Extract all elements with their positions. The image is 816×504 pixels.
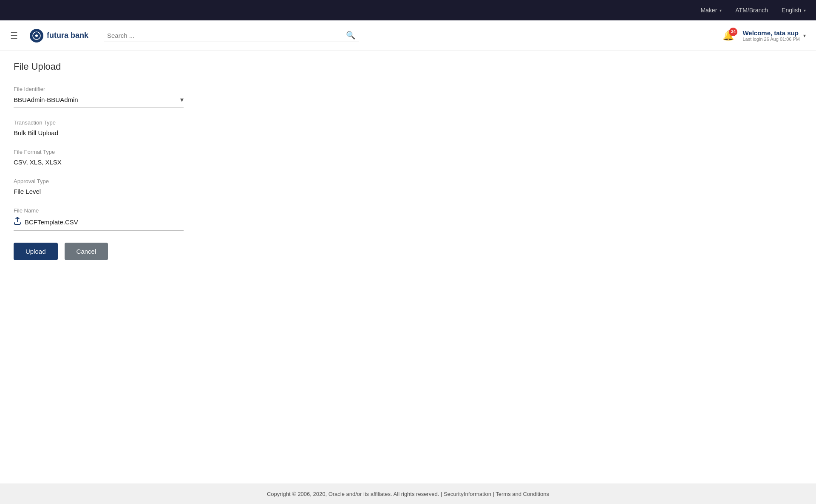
welcome-text: Welcome, tata sup [742,29,798,37]
atm-branch-label: ATM/Branch [735,7,768,14]
search-input[interactable] [107,32,346,39]
file-name-label: File Name [14,207,184,214]
notification-bell[interactable]: 🔔 34 [722,30,734,41]
file-name-group: File Name BCFTemplate.CSV [14,207,184,231]
main-content: File Upload File Identifier BBUAdmin-BBU… [0,51,816,484]
file-name-field[interactable]: BCFTemplate.CSV [14,217,184,231]
footer-security-info[interactable]: SecurityInformation [444,491,491,497]
user-chevron-icon: ▾ [803,33,806,39]
transaction-type-group: Transaction Type Bulk Bill Upload [14,119,184,137]
file-format-type-label: File Format Type [14,149,184,155]
last-login-text: Last login 26 Aug 01:06 PM [742,37,800,42]
file-name-value: BCFTemplate.CSV [25,218,78,226]
futura-logo-svg [32,31,41,40]
language-menu[interactable]: English ▾ [782,7,806,14]
notification-count: 34 [729,28,737,36]
form-buttons: Upload Cancel [14,243,184,260]
approval-type-value: File Level [14,188,41,195]
header-right: 🔔 34 Welcome, tata sup Last login 26 Aug… [722,29,806,42]
file-identifier-dropdown[interactable]: BBUAdmin-BBUAdmin ▾ [14,96,184,108]
file-identifier-label: File Identifier [14,86,184,92]
approval-type-group: Approval Type File Level [14,178,184,195]
footer: Copyright © 2006, 2020, Oracle and/or it… [0,484,816,504]
approval-type-label: Approval Type [14,178,184,184]
logo: futura bank [30,29,88,42]
file-upload-form: File Identifier BBUAdmin-BBUAdmin ▾ Tran… [14,86,184,260]
footer-separator-2: | [493,491,494,497]
page-title: File Upload [14,61,802,72]
logo-icon [30,29,43,42]
cancel-button[interactable]: Cancel [65,243,108,260]
file-format-type-value: CSV, XLS, XLSX [14,159,62,166]
file-identifier-group: File Identifier BBUAdmin-BBUAdmin ▾ [14,86,184,108]
upload-button[interactable]: Upload [14,243,58,260]
footer-terms[interactable]: Terms and Conditions [496,491,549,497]
logo-text: futura bank [47,31,88,40]
file-identifier-chevron-icon: ▾ [180,96,184,104]
search-icon[interactable]: 🔍 [346,31,355,40]
header-bar: ☰ futura bank 🔍 🔔 34 Welcome, tata sup L… [0,20,816,51]
language-label: English [782,7,801,14]
language-chevron-icon: ▾ [804,8,806,13]
file-format-type-group: File Format Type CSV, XLS, XLSX [14,149,184,166]
hamburger-icon[interactable]: ☰ [10,31,18,41]
file-identifier-value: BBUAdmin-BBUAdmin [14,96,78,103]
maker-label: Maker [700,7,717,14]
footer-separator-1: | [441,491,442,497]
file-upload-icon [14,217,21,227]
footer-copyright: Copyright © 2006, 2020, Oracle and/or it… [267,491,439,497]
transaction-type-value: Bulk Bill Upload [14,129,58,136]
top-nav: Maker ▾ ATM/Branch English ▾ [0,0,816,20]
transaction-type-label: Transaction Type [14,119,184,126]
maker-chevron-icon: ▾ [720,8,722,13]
maker-menu[interactable]: Maker ▾ [700,7,722,14]
user-text-group: Welcome, tata sup Last login 26 Aug 01:0… [742,29,800,42]
search-bar[interactable]: 🔍 [104,29,359,42]
user-menu[interactable]: Welcome, tata sup Last login 26 Aug 01:0… [742,29,806,42]
atm-branch-menu[interactable]: ATM/Branch [735,7,768,14]
